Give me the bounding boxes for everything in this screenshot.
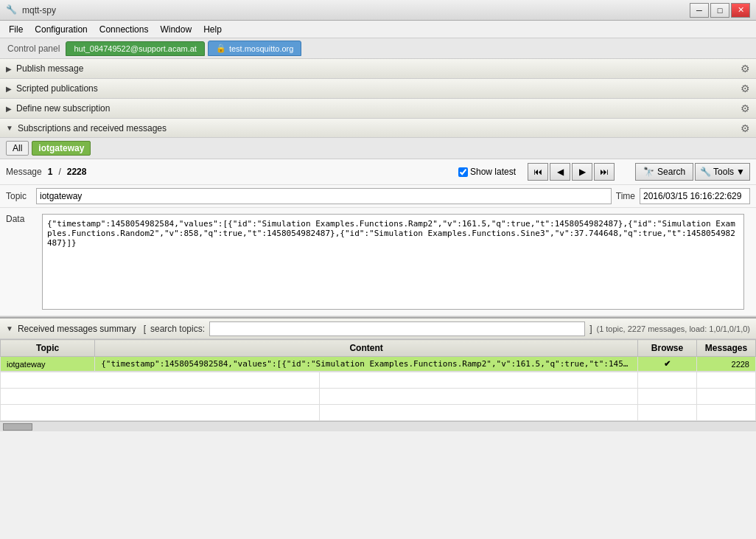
tab-connection[interactable]: hut_084749522@support.acam.at [66,41,205,56]
cell-topic: iotgateway [1,357,95,372]
title-bar: 🔧 mqtt-spy ─ □ ✕ [0,0,756,21]
summary-header: ▼ Received messages summary [ search top… [0,319,756,339]
binoculars-icon: 🔭 [643,167,654,177]
summary-title: Received messages summary [18,324,136,334]
message-number: 1 [48,167,53,177]
maximize-button[interactable]: □ [710,3,729,18]
data-row: Data {"timestamp":1458054982584,"values"… [0,208,756,316]
connection-tab-label: hut_084749522@support.acam.at [74,44,197,53]
subs-gear-icon[interactable]: ⚙ [741,122,750,134]
nav-prev-button[interactable]: ◀ [550,163,570,181]
publish-message-title: Publish message [16,63,741,74]
scripted-publications-section: ▶ Scripted publications ⚙ [0,79,756,99]
menu-window[interactable]: Window [154,23,197,36]
cell-browse: ✔ [638,357,697,372]
define-subscription-section: ▶ Define new subscription ⚙ [0,99,756,119]
subscriptions-header[interactable]: ▼ Subscriptions and received messages ⚙ [0,119,756,138]
define-subscription-header[interactable]: ▶ Define new subscription ⚙ [0,99,756,118]
table-row[interactable]: iotgateway {"timestamp":1458054982584,"v… [1,357,756,372]
topic-label: Topic [6,191,32,201]
tab-broker[interactable]: 🔒 test.mosquitto.org [208,41,301,56]
message-controls: Message 1 / 2228 Show latest ⏮ ◀ ▶ ⏭ 🔭 S… [0,159,756,185]
data-label: Data [6,211,32,224]
publish-toggle-icon: ▶ [6,65,12,73]
search-topics-label: search topics: [150,324,205,334]
search-topics-input[interactable] [209,321,585,336]
col-messages: Messages [697,340,756,357]
summary-stats: (1 topic, 2227 messages, load: 1,0/1,0/1… [596,324,750,333]
scrollbar-thumb[interactable] [3,423,32,431]
empty-rows-table [0,372,756,421]
publish-gear-icon[interactable]: ⚙ [741,63,750,74]
cell-content: {"timestamp":1458054982584,"values":[{"i… [95,357,638,372]
nav-buttons: ⏮ ◀ ▶ ⏭ [528,163,615,181]
col-topic: Topic [1,340,95,357]
show-latest-label: Show latest [470,167,516,177]
tools-dropdown-icon: ▼ [736,167,745,177]
menu-file[interactable]: File [3,23,29,36]
nav-next-button[interactable]: ▶ [572,163,592,181]
menu-connections[interactable]: Connections [94,23,155,36]
main-container: ▶ Publish message ⚙ ▶ Scripted publicati… [0,59,756,539]
control-panel-label: Control panel [4,44,63,54]
search-bracket-close: ] [589,324,592,334]
topic-row: Topic Time 2016/03/15 16:16:22:629 [0,185,756,208]
publish-message-section: ▶ Publish message ⚙ [0,59,756,79]
menu-help[interactable]: Help [197,23,228,36]
col-content: Content [95,340,638,357]
app-icon: 🔧 [6,4,18,16]
show-latest-checkbox-container[interactable]: Show latest [458,167,516,177]
app-title: mqtt-spy [22,5,690,15]
lock-icon: 🔒 [216,44,226,53]
nav-last-button[interactable]: ⏭ [594,163,615,181]
close-button[interactable]: ✕ [731,3,750,18]
scripted-gear-icon[interactable]: ⚙ [741,83,750,94]
define-gear-icon[interactable]: ⚙ [741,102,750,114]
data-content: {"timestamp":1458054982584,"values":[{"i… [42,214,744,310]
show-latest-container: Show latest [458,167,516,177]
data-section: Data {"timestamp":1458054982584,"values"… [0,208,756,316]
time-label: Time [616,191,635,201]
nav-first-button[interactable]: ⏮ [528,163,548,181]
subs-toggle-icon: ▼ [6,124,13,132]
tools-button[interactable]: 🔧 Tools ▼ [695,163,750,181]
search-label: Search [657,167,685,177]
minimize-button[interactable]: ─ [690,3,709,18]
summary-table: Topic Content Browse Messages iotgateway… [0,339,756,372]
message-separator: / [58,167,60,177]
message-total: 2228 [67,167,87,177]
empty-row-1 [1,372,756,389]
subscription-tab-row: All iotgateway [0,138,756,159]
summary-section: ▼ Received messages summary [ search top… [0,317,756,421]
tab-bar: Control panel hut_084749522@support.acam… [0,38,756,59]
col-browse: Browse [638,340,697,357]
subscriptions-section: ▼ Subscriptions and received messages ⚙ … [0,119,756,317]
scripted-toggle-icon: ▶ [6,85,12,93]
define-toggle-icon: ▶ [6,105,12,113]
tab-iotgateway[interactable]: iotgateway [32,141,91,156]
tools-icon: 🔧 [700,167,711,177]
menu-configuration[interactable]: Configuration [29,23,93,36]
tab-all[interactable]: All [6,141,29,156]
search-bracket-open: [ [144,324,146,334]
scripted-publications-header[interactable]: ▶ Scripted publications ⚙ [0,79,756,98]
search-button[interactable]: 🔭 Search [635,163,693,181]
horizontal-scrollbar[interactable] [0,421,756,431]
define-subscription-title: Define new subscription [16,103,741,114]
summary-toggle-icon[interactable]: ▼ [6,324,13,333]
show-latest-checkbox[interactable] [458,167,468,177]
empty-row-3 [1,405,756,421]
message-label: Message [6,167,42,177]
broker-tab-label: test.mosquitto.org [229,44,293,53]
menu-bar: File Configuration Connections Window He… [0,21,756,38]
window-controls: ─ □ ✕ [690,3,750,18]
publish-message-header[interactable]: ▶ Publish message ⚙ [0,59,756,78]
cell-messages: 2228 [697,357,756,372]
topic-input[interactable] [36,188,612,204]
time-value: 2016/03/15 16:16:22:629 [640,188,750,204]
tools-label: Tools [713,167,734,177]
search-tools-group: 🔭 Search 🔧 Tools ▼ [635,163,750,181]
empty-row-2 [1,389,756,405]
subscriptions-title: Subscriptions and received messages [18,123,741,133]
scripted-publications-title: Scripted publications [16,83,741,94]
